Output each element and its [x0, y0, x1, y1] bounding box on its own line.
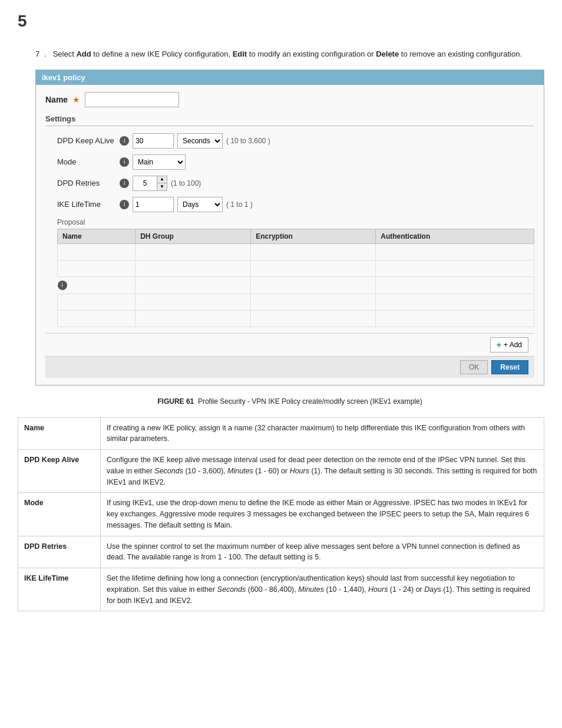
cell-authentication	[376, 243, 534, 260]
desc-term: DPD Keep Alive	[18, 450, 101, 493]
add-button[interactable]: + + Add	[490, 337, 528, 353]
col-header-encryption: Encryption	[251, 229, 376, 243]
dpd-keep-alive-row: DPD Keep ALive i Seconds Minutes Hours (…	[45, 133, 534, 149]
ikev1-policy-panel: ikev1 policy Name ★ Settings DPD Keep AL…	[35, 70, 544, 386]
cell-dh-group	[135, 310, 251, 327]
cell-encryption	[251, 276, 376, 294]
ike-lifetime-unit-select[interactable]: Seconds Minutes Hours Days	[177, 197, 223, 212]
description-table: NameIf creating a new IKE policy, assign…	[18, 417, 544, 612]
cell-dh-group	[135, 260, 251, 276]
figure-label: FIGURE 61	[157, 397, 194, 406]
cell-dh-group	[135, 243, 251, 260]
name-label: Name	[45, 95, 68, 104]
col-header-dh-group: DH Group	[135, 229, 251, 243]
figure-caption: FIGURE 61 Profile Security - VPN IKE Pol…	[35, 397, 544, 406]
ike-lifetime-hint: ( 1 to 1 )	[226, 200, 253, 209]
proposal-table: Name DH Group Encryption Authentication	[57, 229, 534, 327]
cell-authentication	[376, 276, 534, 294]
reset-button[interactable]: Reset	[491, 360, 528, 374]
table-row	[58, 260, 534, 276]
ike-lifetime-info-icon[interactable]: i	[120, 200, 129, 209]
cell-name	[58, 243, 135, 260]
desc-term: Mode	[18, 493, 101, 536]
desc-definition: Use the spinner control to set the maxim…	[101, 536, 544, 568]
table-row: i	[58, 276, 534, 294]
page-number: 5	[18, 12, 544, 31]
desc-definition: If creating a new IKE policy, assign it …	[101, 417, 544, 450]
cell-name	[58, 310, 135, 327]
ike-lifetime-label: IKE LifeTime	[57, 200, 116, 209]
dpd-keep-alive-unit-select[interactable]: Seconds Minutes Hours	[177, 133, 223, 149]
desc-row: NameIf creating a new IKE policy, assign…	[18, 417, 544, 450]
add-label: + Add	[504, 341, 522, 349]
col-header-name: Name	[58, 229, 135, 243]
mode-select[interactable]: Main Aggressive	[133, 154, 186, 170]
cell-authentication	[376, 294, 534, 310]
table-row	[58, 294, 534, 310]
proposal-section: Proposal Name DH Group Encryption Authen…	[45, 218, 534, 327]
add-button-row: + + Add	[45, 333, 534, 356]
desc-row: ModeIf using IKEv1, use the drop-down me…	[18, 493, 544, 536]
spinner-buttons: ▲ ▼	[157, 176, 167, 190]
proposal-info-icon[interactable]: i	[58, 281, 67, 290]
cell-encryption	[251, 260, 376, 276]
mode-row: Mode i Main Aggressive	[45, 154, 534, 170]
dpd-retries-input[interactable]	[133, 176, 157, 190]
desc-row: DPD Keep AliveConfigure the IKE keep ali…	[18, 450, 544, 493]
ike-lifetime-row: IKE LifeTime i Seconds Minutes Hours Day…	[45, 197, 534, 212]
step-number: 7	[35, 48, 39, 60]
proposal-label: Proposal	[57, 218, 534, 226]
spinner-up-btn[interactable]: ▲	[157, 176, 167, 183]
desc-definition: Configure the IKE keep alive message int…	[101, 450, 544, 493]
dpd-keep-alive-input[interactable]	[133, 133, 174, 149]
dpd-retries-spinner[interactable]: ▲ ▼	[133, 176, 167, 191]
ike-lifetime-input[interactable]	[133, 197, 174, 212]
table-info-cell: i	[58, 277, 135, 294]
name-input[interactable]	[85, 92, 179, 107]
policy-body: Name ★ Settings DPD Keep ALive i Seconds…	[36, 85, 544, 385]
table-row	[58, 243, 534, 260]
table-row	[58, 310, 534, 327]
cell-authentication	[376, 260, 534, 276]
ok-reset-bar: OK Reset	[45, 356, 534, 378]
step-text: 7. Select Add to define a new IKE Policy…	[35, 48, 544, 60]
spinner-down-btn[interactable]: ▼	[157, 183, 167, 190]
required-star: ★	[72, 95, 80, 104]
desc-row: IKE LifeTimeSet the lifetime defining ho…	[18, 568, 544, 611]
desc-row: DPD RetriesUse the spinner control to se…	[18, 536, 544, 568]
ok-button[interactable]: OK	[460, 360, 488, 374]
desc-definition: If using IKEv1, use the drop-down menu t…	[101, 493, 544, 536]
cell-dh-group	[135, 276, 251, 294]
desc-term: Name	[18, 417, 101, 450]
figure-caption-text: Profile Security - VPN IKE Policy create…	[198, 397, 422, 406]
settings-section: Settings DPD Keep ALive i Seconds Minute…	[45, 114, 534, 212]
cell-authentication	[376, 310, 534, 327]
cell-encryption	[251, 294, 376, 310]
dpd-keep-alive-label: DPD Keep ALive	[57, 136, 116, 145]
mode-label: Mode	[57, 157, 116, 166]
desc-definition: Set the lifetime defining how long a con…	[101, 568, 544, 611]
mode-info-icon[interactable]: i	[120, 157, 129, 167]
cell-encryption	[251, 243, 376, 260]
dpd-keep-alive-info-icon[interactable]: i	[120, 136, 129, 146]
desc-term: IKE LifeTime	[18, 568, 101, 611]
dpd-retries-label: DPD Retries	[57, 179, 116, 187]
cell-encryption	[251, 310, 376, 327]
desc-term: DPD Retries	[18, 536, 101, 568]
add-icon: +	[497, 340, 501, 350]
col-header-authentication: Authentication	[376, 229, 534, 243]
dpd-retries-row: DPD Retries i ▲ ▼ (1 to 100)	[45, 176, 534, 191]
settings-label: Settings	[45, 114, 534, 126]
panel-title: ikev1 policy	[36, 70, 544, 85]
name-row: Name ★	[45, 92, 534, 107]
cell-name	[58, 294, 135, 310]
cell-dh-group	[135, 294, 251, 310]
dpd-retries-info-icon[interactable]: i	[120, 179, 129, 188]
cell-name	[58, 260, 135, 276]
dpd-retries-hint: (1 to 100)	[171, 179, 201, 187]
dpd-keep-alive-hint: ( 10 to 3,600 )	[226, 137, 270, 145]
